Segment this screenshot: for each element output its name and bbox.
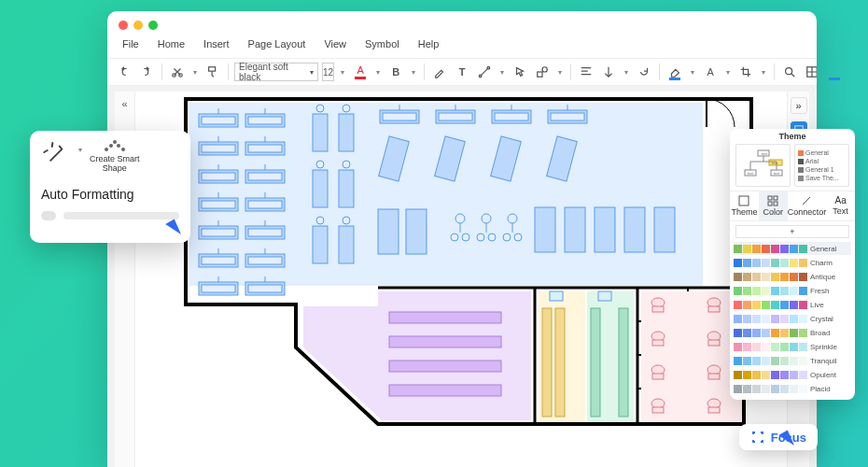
close-icon[interactable] [119, 21, 128, 30]
add-theme-button[interactable]: + [735, 225, 849, 238]
theme-preview-item[interactable]: General 1 [798, 166, 846, 173]
swatch-row[interactable]: Antique [734, 270, 851, 283]
color-swatch-list: GeneralCharmAntiqueFreshLiveCrystalBroad… [730, 242, 855, 400]
separator [774, 64, 775, 80]
swatch-row[interactable]: Placid [734, 382, 851, 395]
svg-text:text: text [774, 171, 780, 176]
panel-toggle-button[interactable]: « [117, 95, 133, 112]
magic-wand-icon[interactable] [41, 140, 71, 170]
menu-symbol[interactable]: Symbol [357, 35, 407, 52]
caret-icon[interactable]: ▾ [373, 68, 383, 77]
theme-panel-title: Theme [730, 129, 855, 144]
tab-text[interactable]: AaText [826, 191, 855, 220]
caret-icon[interactable]: ▾ [688, 68, 697, 77]
swatch-row[interactable]: Fresh [734, 284, 851, 297]
cut-button[interactable] [168, 63, 187, 81]
maximize-icon[interactable] [148, 21, 158, 30]
caret-icon[interactable]: ▾ [190, 68, 200, 77]
menu-home[interactable]: Home [150, 35, 192, 52]
swatch-row[interactable]: Tranquil [734, 354, 851, 367]
grid-button[interactable] [803, 63, 817, 81]
separator [570, 64, 571, 80]
shapes-button[interactable] [533, 63, 552, 81]
chevron-down-icon[interactable]: ▾ [78, 146, 82, 154]
menu-insert[interactable]: Insert [196, 35, 237, 52]
tab-connector[interactable]: Connector [788, 191, 827, 220]
swatch-row[interactable]: Opulent [734, 368, 851, 381]
svg-rect-66 [768, 202, 772, 205]
toolbar: ▾ Elegant soft black ▾ 12 ▾ A ▾ B ▾ T ▾ … [107, 58, 817, 86]
menu-bar: File Home Insert Page Layout View Symbol… [107, 34, 817, 58]
caret-icon[interactable]: ▾ [723, 68, 733, 77]
rotate-button[interactable] [635, 63, 653, 81]
theme-add-row: + [730, 221, 855, 242]
svg-rect-36 [389, 312, 501, 323]
crop-button[interactable] [736, 63, 755, 81]
menu-help[interactable]: Help [411, 35, 447, 52]
theme-preview: text text text text GeneralArialGeneral … [730, 144, 855, 191]
theme-panel: Theme text text text text GeneralArialGe… [730, 129, 855, 400]
svg-rect-64 [768, 196, 772, 200]
redo-button[interactable] [137, 63, 156, 81]
font-color-button[interactable]: A [351, 63, 370, 81]
separator [161, 64, 162, 80]
theme-preview-diagram[interactable]: text text text text [735, 144, 791, 187]
undo-button[interactable] [115, 63, 133, 81]
swatch-label: Live [810, 301, 824, 309]
svg-text:text: text [762, 151, 768, 156]
font-select[interactable]: Elegant soft black ▾ [234, 63, 318, 81]
tab-theme[interactable]: Theme [730, 191, 759, 220]
swatch-row[interactable]: Crystal [734, 312, 851, 325]
align-button[interactable] [577, 63, 595, 81]
svg-rect-43 [598, 291, 611, 301]
sidebar-collapse-button[interactable]: » [791, 97, 807, 114]
svg-rect-67 [774, 202, 777, 205]
eyedropper-button[interactable] [430, 63, 449, 81]
slider-knob[interactable] [41, 211, 56, 220]
swatch-row[interactable]: Charm [734, 256, 851, 269]
zoom-button[interactable] [780, 63, 799, 81]
theme-preview-item[interactable]: Arial [798, 158, 846, 164]
text-tool-button[interactable]: T [453, 63, 471, 81]
auto-format-slider[interactable] [41, 211, 179, 220]
menu-file[interactable]: File [115, 35, 147, 52]
canvas[interactable]: « [115, 92, 809, 467]
text-direction-button[interactable] [599, 63, 618, 81]
svg-rect-45 [555, 308, 565, 417]
svg-rect-38 [389, 361, 501, 372]
auto-formatting-label: Auto Formatting [41, 187, 179, 202]
create-smart-shape-label: Create Smart Shape [90, 155, 140, 174]
minimize-icon[interactable] [133, 21, 143, 30]
chevron-down-icon: ▾ [310, 68, 314, 77]
swatch-row[interactable]: Broad [734, 326, 851, 339]
svg-rect-39 [389, 385, 501, 396]
swatch-row[interactable]: Sprinkle [734, 340, 851, 353]
fill-color-button[interactable] [665, 63, 684, 81]
caret-icon[interactable]: ▾ [497, 68, 507, 77]
caret-icon[interactable]: ▾ [555, 68, 565, 77]
theme-preview-list[interactable]: GeneralArialGeneral 1Save The... [794, 144, 849, 187]
swatch-row[interactable]: Live [734, 298, 851, 311]
caret-icon[interactable]: ▾ [338, 68, 347, 77]
text-style-button[interactable]: A [701, 63, 720, 81]
menu-page-layout[interactable]: Page Layout [241, 35, 314, 52]
bold-button[interactable]: B [386, 63, 405, 81]
focus-icon [750, 430, 765, 445]
connector-tool-button[interactable] [475, 63, 494, 81]
theme-preview-item[interactable]: Save The... [798, 175, 846, 181]
caret-icon[interactable]: ▾ [759, 68, 768, 77]
theme-preview-item[interactable]: General [798, 149, 846, 156]
svg-point-6 [542, 67, 547, 72]
tab-color[interactable]: Color [759, 191, 788, 220]
focus-button[interactable]: Focus [739, 424, 818, 450]
caret-icon[interactable]: ▾ [409, 68, 418, 77]
format-painter-button[interactable] [203, 63, 222, 81]
pointer-tool-button[interactable] [511, 63, 529, 81]
font-size-select[interactable]: 12 [322, 63, 334, 81]
menu-view[interactable]: View [316, 35, 354, 52]
create-smart-shape-button[interactable]: Create Smart Shape [90, 140, 140, 174]
swatch-label: Charm [810, 259, 833, 267]
swatch-row[interactable]: General [734, 242, 851, 255]
floor-plan [184, 97, 781, 433]
caret-icon[interactable]: ▾ [622, 68, 631, 77]
